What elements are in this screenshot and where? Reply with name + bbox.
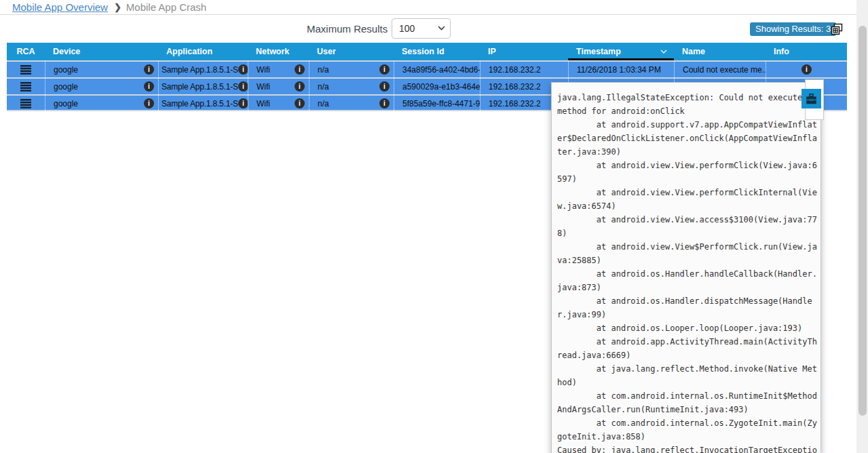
breadcrumb-chevron-icon: ❯ (114, 2, 121, 12)
breadcrumb: Mobile App Overview ❯ Mobile App Crash (0, 0, 868, 15)
network-cell: Wifi i (248, 96, 309, 111)
application-cell: Sample App.1.8.5.1-S i (158, 62, 248, 77)
column-header-name[interactable]: Name (674, 43, 766, 60)
column-header-network[interactable]: Network (248, 43, 309, 60)
info-icon[interactable]: i (144, 64, 154, 75)
info-icon[interactable]: i (238, 64, 248, 75)
application-value: Sample App.1.8.5.1-S (162, 99, 238, 109)
column-header-ip[interactable]: IP (480, 43, 568, 60)
column-header-device[interactable]: Device (45, 43, 158, 60)
application-cell: Sample App.1.8.5.1-S i (158, 79, 248, 94)
info-icon[interactable]: i (238, 81, 248, 92)
column-header-rca[interactable]: RCA (7, 43, 45, 60)
timestamp-cell: 11/26/2018 1:03:34 PM (568, 62, 674, 77)
device-value: google (54, 99, 78, 109)
rca-cell (7, 62, 45, 77)
column-header-session-id[interactable]: Session Id (394, 43, 480, 60)
stack-trace-text: java.lang.IllegalStateException: Could n… (552, 83, 820, 453)
application-value: Sample App.1.8.5.1-S (162, 65, 238, 75)
stack-trace-popup: java.lang.IllegalStateException: Could n… (551, 82, 821, 453)
info-icon[interactable]: i (801, 64, 812, 75)
info-icon[interactable]: i (144, 81, 154, 92)
column-header-timestamp-label: Timestamp (576, 47, 621, 56)
network-value: Wifi (257, 65, 270, 75)
user-cell: n/a i (309, 79, 394, 94)
scrollbar-thumb[interactable] (858, 26, 867, 416)
scrollbar-track[interactable] (856, 0, 868, 453)
network-cell: Wifi i (248, 62, 309, 77)
application-cell: Sample App.1.8.5.1-S i (158, 96, 248, 111)
network-cell: Wifi i (248, 79, 309, 94)
application-value: Sample App.1.8.5.1-S (162, 82, 238, 92)
session-id-cell: a590029a-e1b3-464e... (394, 79, 480, 94)
network-value: Wifi (257, 82, 270, 92)
user-value: n/a (318, 65, 329, 75)
sort-chevron-down-icon (660, 50, 667, 54)
showing-results-badge: Showing Results: 3 (750, 22, 836, 36)
session-id-cell: 5f85a59e-ffc8-4471-9... (394, 96, 480, 111)
info-icon[interactable]: i (295, 64, 305, 75)
rca-cell (7, 96, 45, 111)
rca-list-icon[interactable] (20, 99, 31, 109)
max-results-label: Maximum Results (307, 23, 388, 35)
breadcrumb-current: Mobile App Crash (126, 1, 206, 13)
column-header-user[interactable]: User (309, 43, 394, 60)
device-cell: google i (45, 96, 158, 111)
clipboard-icon (806, 94, 817, 104)
info-icon[interactable]: i (144, 98, 154, 109)
user-value: n/a (318, 82, 329, 92)
column-header-timestamp[interactable]: Timestamp (568, 43, 674, 60)
user-value: n/a (318, 99, 329, 109)
session-id-cell: 34a89f56-a402-4bd6-... (394, 62, 480, 77)
column-header-info[interactable]: Info (766, 43, 847, 60)
device-cell: google i (45, 62, 158, 77)
user-cell: n/a i (309, 62, 394, 77)
info-icon[interactable]: i (379, 81, 390, 92)
rca-cell (7, 79, 45, 94)
ip-cell: 192.168.232.2 (480, 62, 568, 77)
table-header-row: RCA Device Application Network User Sess… (7, 43, 847, 60)
info-icon[interactable]: i (379, 98, 390, 109)
network-value: Wifi (257, 99, 270, 109)
info-icon[interactable]: i (295, 81, 305, 92)
column-header-application[interactable]: Application (158, 43, 248, 60)
max-results-select-wrap: 100 (392, 18, 451, 39)
copy-results-icon[interactable] (831, 23, 843, 35)
max-results-select[interactable]: 100 (392, 18, 451, 39)
name-cell: Could not execute me... (674, 62, 766, 77)
rca-list-icon[interactable] (20, 82, 31, 92)
user-cell: n/a i (309, 96, 394, 111)
device-cell: google i (45, 79, 158, 94)
info-icon[interactable]: i (295, 98, 305, 109)
device-value: google (54, 82, 78, 92)
device-value: google (54, 65, 78, 75)
breadcrumb-link-mobile-app-overview[interactable]: Mobile App Overview (12, 1, 108, 13)
copy-stack-trace-button[interactable] (801, 89, 821, 109)
table-row: google i Sample App.1.8.5.1-S i Wifi i n… (7, 60, 847, 77)
rca-list-icon[interactable] (20, 65, 31, 75)
info-icon[interactable]: i (238, 98, 248, 109)
info-cell: i (766, 62, 847, 77)
info-icon[interactable]: i (379, 64, 390, 75)
